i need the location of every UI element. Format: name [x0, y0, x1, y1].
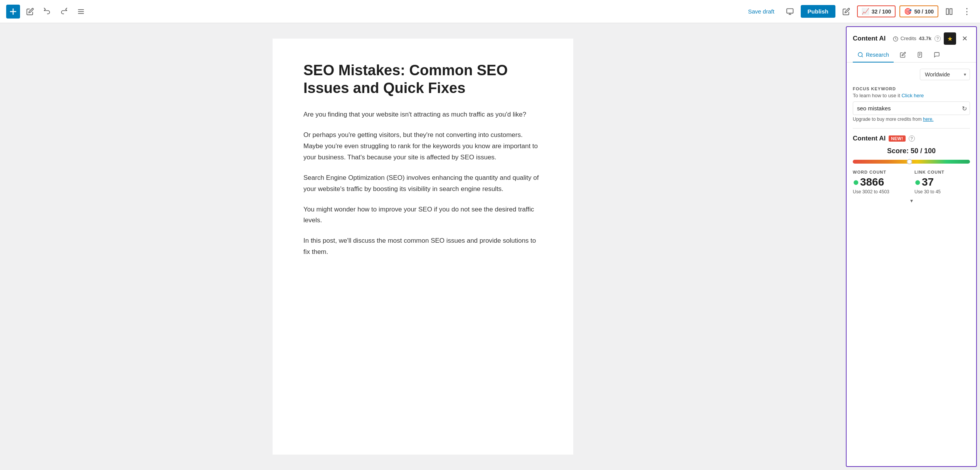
- link-count-dot: ●: [914, 176, 921, 188]
- score-text: Score: 50 / 100: [887, 147, 936, 155]
- edit-tab-icon: [900, 52, 906, 58]
- redo-icon: [60, 8, 68, 15]
- tab-brief[interactable]: [912, 48, 928, 63]
- post-title: SEO Mistakes: Common SEO Issues and Quic…: [303, 62, 542, 97]
- score-bar-indicator: [907, 159, 912, 164]
- desktop-preview-button[interactable]: [783, 5, 797, 19]
- undo-button[interactable]: [40, 5, 54, 19]
- panel-body: Worldwide FOCUS KEYWORD To learn how to …: [847, 63, 976, 213]
- svg-point-7: [858, 52, 862, 57]
- score-bar: [853, 160, 970, 164]
- focus-keyword-section: FOCUS KEYWORD To learn how to use it Cli…: [853, 86, 970, 122]
- list-icon: [77, 8, 85, 15]
- tab-chat[interactable]: [929, 48, 945, 63]
- undo-icon: [43, 8, 51, 15]
- toolbar-left: [6, 5, 740, 19]
- post-paragraph-4: You might wonder how to improve your SEO…: [303, 204, 542, 227]
- save-draft-button[interactable]: Save draft: [743, 6, 779, 17]
- panel-header: Content AI Credits 43.7k ? ★ ✕: [847, 27, 976, 45]
- panel-tabs: Research: [847, 48, 976, 63]
- new-badge: NEW!: [889, 135, 905, 142]
- panel-edit-icon: [842, 8, 850, 15]
- brief-tab-icon: [917, 52, 923, 58]
- focus-keyword-desc: To learn how to use it Click here: [853, 93, 970, 98]
- word-count-label: WORD COUNT: [853, 170, 908, 174]
- desktop-icon: [786, 8, 794, 15]
- content-ai-row: Content AI NEW! ?: [853, 135, 970, 142]
- refresh-icon[interactable]: ↻: [962, 105, 967, 112]
- word-count-stat: WORD COUNT ●3866 Use 3002 to 4503: [853, 170, 908, 194]
- post-paragraph-5: In this post, we'll discuss the most com…: [303, 235, 542, 258]
- seo-score-badge[interactable]: 📈 32 / 100: [857, 5, 896, 17]
- post-paragraph-2: Or perhaps you're getting visitors, but …: [303, 130, 542, 163]
- chat-tab-icon: [934, 52, 940, 58]
- plus-icon: [10, 8, 17, 15]
- divider: [853, 128, 970, 128]
- main-layout: SEO Mistakes: Common SEO Issues and Quic…: [0, 23, 980, 470]
- edit-panel-button[interactable]: [839, 5, 853, 19]
- link-count-label: LINK COUNT: [914, 170, 970, 174]
- keyword-input-row: ↻: [853, 101, 970, 115]
- focus-keyword-label: FOCUS KEYWORD: [853, 86, 970, 91]
- content-ai-title: Content AI: [853, 135, 886, 142]
- tab-research[interactable]: Research: [853, 48, 894, 63]
- more-options-button[interactable]: ⋮: [960, 5, 974, 19]
- svg-rect-4: [946, 8, 949, 14]
- edit-icon-button[interactable]: [23, 5, 37, 19]
- word-count-value: ●3866: [853, 176, 908, 188]
- columns-icon: [945, 8, 953, 15]
- research-icon: [857, 52, 864, 58]
- word-count-dot: ●: [853, 176, 859, 188]
- link-count-stat: LINK COUNT ●37 Use 30 to 45: [914, 170, 970, 194]
- post-paragraph-3: Search Engine Optimization (SEO) involve…: [303, 172, 542, 195]
- star-button[interactable]: ★: [944, 32, 956, 45]
- credits-icon: [893, 36, 898, 42]
- word-count-hint: Use 3002 to 4503: [853, 189, 908, 194]
- publish-button[interactable]: Publish: [801, 5, 835, 18]
- pencil-icon: [26, 8, 34, 15]
- seo-score-value: 32 / 100: [872, 8, 891, 15]
- upgrade-text: Upgrade to buy more credits from here.: [853, 117, 970, 122]
- tab-edit[interactable]: [895, 48, 911, 63]
- tab-research-label: Research: [866, 52, 889, 58]
- location-select-wrapper: Worldwide: [920, 69, 970, 80]
- trending-icon: 📈: [862, 8, 869, 15]
- keyword-input[interactable]: [853, 101, 970, 115]
- svg-rect-3: [786, 8, 793, 13]
- redo-button[interactable]: [57, 5, 71, 19]
- stats-row: WORD COUNT ●3866 Use 3002 to 4503 LINK C…: [853, 170, 970, 194]
- toolbar: Save draft Publish 📈 32 / 100 🎯 50 / 100: [0, 0, 980, 23]
- add-block-button[interactable]: [6, 5, 20, 19]
- link-count-hint: Use 30 to 45: [914, 189, 970, 194]
- close-panel-button[interactable]: ✕: [959, 33, 970, 44]
- panel-title: Content AI: [853, 35, 886, 42]
- list-view-button[interactable]: [74, 5, 88, 19]
- score-display: Score: 50 / 100: [853, 147, 970, 155]
- panel-header-right: Credits 43.7k ? ★ ✕: [893, 32, 970, 45]
- editor-content: SEO Mistakes: Common SEO Issues and Quic…: [273, 39, 573, 455]
- post-paragraph-1: Are you finding that your website isn't …: [303, 109, 542, 120]
- chevron-down-button[interactable]: ▾: [853, 194, 970, 207]
- link-count-value: ●37: [914, 176, 970, 188]
- content-score-badge[interactable]: 🎯 50 / 100: [899, 5, 938, 17]
- upgrade-link[interactable]: here.: [923, 117, 933, 122]
- score-number: 50 / 100: [911, 147, 936, 155]
- click-here-link[interactable]: Click here: [901, 93, 924, 98]
- svg-rect-5: [950, 8, 952, 14]
- editor-area: SEO Mistakes: Common SEO Issues and Quic…: [0, 23, 846, 470]
- credits-amount: 43.7k: [919, 36, 931, 41]
- worldwide-selector-row: Worldwide: [853, 69, 970, 80]
- target-icon: 🎯: [904, 8, 912, 15]
- location-select[interactable]: Worldwide: [920, 69, 970, 80]
- credits-label: Credits 43.7k: [893, 36, 931, 42]
- columns-button[interactable]: [942, 5, 956, 19]
- content-ai-help-icon[interactable]: ?: [909, 135, 915, 142]
- help-icon[interactable]: ?: [935, 36, 941, 42]
- content-score-value: 50 / 100: [914, 8, 934, 15]
- content-ai-panel: Content AI Credits 43.7k ? ★ ✕: [846, 26, 977, 467]
- toolbar-right: Save draft Publish 📈 32 / 100 🎯 50 / 100: [743, 5, 974, 19]
